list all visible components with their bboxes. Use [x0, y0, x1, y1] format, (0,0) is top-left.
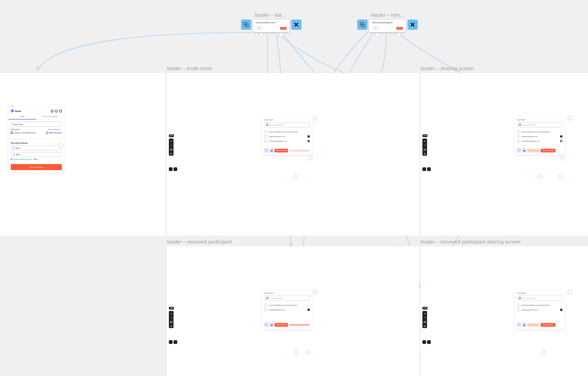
frame-label: leader – removed participant sharing scr…	[421, 239, 521, 244]
frame-label: leader – removed participant	[167, 239, 232, 244]
dialog-remove: Remove this participant? No Yes	[369, 20, 406, 32]
svg-rect-2	[360, 22, 363, 25]
loom-logo-icon	[11, 109, 14, 112]
start-recording-button[interactable]: Start recording	[541, 323, 555, 327]
status-dot[interactable]	[307, 135, 310, 138]
camera-icon	[13, 153, 15, 156]
mic-icon	[13, 147, 15, 149]
invite-input[interactable]: Invite participants	[517, 122, 562, 127]
tool-column[interactable]: ■↺❚❚🗑	[169, 311, 174, 328]
participant-row: lauren.ibsen@loom.com (Leader) (You)	[264, 130, 310, 133]
component-icon[interactable]	[357, 20, 368, 30]
room-card-removed-sharing: Loom Room Invite participants lauren.ibs…	[514, 290, 565, 329]
share-screen-button[interactable]: Share screen	[274, 323, 288, 327]
leave-room-button[interactable]: Leave room	[527, 149, 540, 152]
scope-row[interactable]: Full screen Select desktop ⌄	[11, 128, 62, 131]
avatar	[264, 135, 267, 138]
yes-button[interactable]: Yes	[396, 27, 403, 30]
leave-room-button[interactable]: Leave room	[527, 323, 540, 327]
invite-input[interactable]: Invite participants	[264, 296, 310, 301]
home-icon[interactable]: ⌂	[55, 110, 58, 112]
person-icon	[266, 124, 268, 126]
frame-label-remove: leader – rem…	[371, 12, 418, 18]
tab-video[interactable]: Video	[8, 114, 36, 119]
pause-icon: ❚❚	[170, 148, 173, 151]
no-button[interactable]: No	[256, 26, 262, 30]
svg-rect-0	[244, 22, 247, 25]
tool-column[interactable]: ■↺❚❚🗑	[169, 139, 174, 156]
mic-chip[interactable]: 🎙	[264, 148, 268, 152]
room-title: Loom Room	[517, 119, 562, 121]
mic-select[interactable]: None⌄	[11, 145, 62, 151]
tool-row[interactable]	[422, 167, 431, 171]
room-card-removed: Loom Room Invite participants lauren.ibs…	[262, 290, 312, 329]
room-card-invite: Loom Room Invite participants lauren.ibs…	[262, 117, 312, 155]
room-card-sharing: Loom Room Invite participants lauren.ibs…	[514, 117, 565, 155]
bell-icon[interactable]: △	[51, 110, 53, 112]
tool-row[interactable]	[169, 340, 177, 344]
room-title: Loom Room	[264, 119, 310, 121]
tool-column[interactable]: ■↺❚❚🗑	[422, 311, 427, 328]
avatar	[264, 130, 267, 133]
create-canvas[interactable]: Create a recording canvas	[11, 132, 36, 134]
loom-recorder-panel: Loom loom △ ⌂ ⋯ Video Screenshot (Beta) …	[8, 105, 64, 172]
invite-input[interactable]: Invite participants	[264, 122, 310, 127]
timer-badge: 0:00	[422, 307, 428, 310]
pen-icon	[169, 167, 173, 171]
start-recording-button[interactable]: Start recording	[11, 164, 62, 170]
popup-leave: leader – lea… Leave and delete room? No …	[241, 12, 301, 32]
participant-row: OremLipsum@loom.com	[264, 139, 310, 143]
close-icon[interactable]: ✕	[291, 20, 301, 30]
timer-badge: 0:00	[169, 307, 174, 310]
frame-label-leave: leader – lea…	[255, 12, 301, 18]
frame-label: leader – sharing screen	[421, 66, 474, 71]
add-participant[interactable]: Add participant	[46, 132, 62, 134]
undo-icon: ↺	[170, 144, 173, 146]
timer-badge: 0:00	[422, 134, 428, 137]
tabs: Video Screenshot (Beta)	[8, 114, 64, 120]
stop-icon: ■	[170, 139, 173, 142]
loom-brand: loom	[15, 110, 21, 112]
tool-row[interactable]	[169, 167, 177, 171]
cam-chip[interactable]: 📷	[269, 148, 274, 152]
close-icon[interactable]: ✕	[408, 20, 418, 30]
yes-button[interactable]: Yes	[280, 27, 287, 30]
component-icon[interactable]	[241, 20, 251, 30]
tool-row[interactable]	[422, 340, 431, 344]
inactive-pill	[289, 150, 310, 152]
status-half-dot[interactable]	[307, 140, 310, 142]
dialog-title: Leave and delete room?	[256, 21, 287, 24]
avatar	[264, 139, 267, 143]
popup-remove: leader – rem… Remove this participant? N…	[357, 12, 418, 32]
tool-column[interactable]: ■↺❚❚🗑	[422, 139, 427, 156]
person-icon	[46, 132, 48, 134]
loom-logo: loom	[11, 109, 21, 112]
svg-rect-3	[362, 24, 365, 27]
trash-icon: 🗑	[170, 152, 173, 155]
invite-input[interactable]: Invite participants	[517, 296, 562, 301]
tab-screenshot[interactable]: Screenshot (Beta)	[36, 114, 64, 119]
no-button[interactable]: No	[372, 26, 379, 30]
inactive-pill	[289, 324, 310, 326]
note-icon	[174, 167, 177, 171]
more-icon[interactable]: ⋯	[59, 110, 62, 112]
timer-badge: 0:00	[169, 134, 174, 137]
dialog-leave: Leave and delete room? No Yes	[253, 20, 289, 32]
camera-select[interactable]: None⌄	[11, 152, 62, 157]
frame-label: leader – invite room	[167, 66, 212, 71]
flow-canvas[interactable]: leader – lea… Leave and delete room? No …	[0, 0, 588, 376]
svg-rect-1	[246, 24, 248, 27]
share-screen-button[interactable]: Share screen	[274, 149, 288, 152]
speed-hint: Internet speed is very fast1080p	[11, 158, 62, 160]
dialog-title: Remove this participant?	[372, 21, 403, 24]
settings-heading: Recording Settings	[11, 142, 62, 144]
participant-row: larry.ipsen@loom.com	[264, 135, 310, 138]
source-select[interactable]: Screen only⌄	[11, 122, 62, 127]
start-recording-button[interactable]: Start recording	[541, 149, 555, 152]
